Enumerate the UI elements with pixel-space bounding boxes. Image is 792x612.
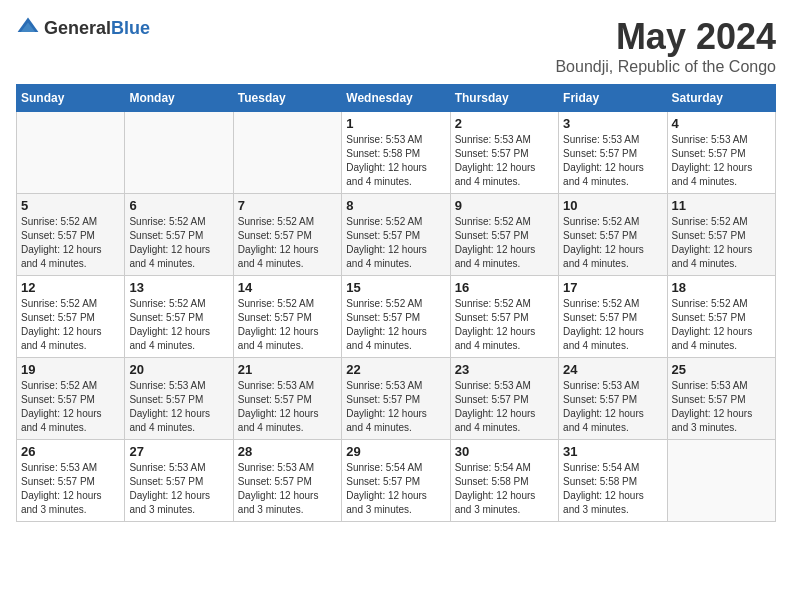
calendar-cell: 11Sunrise: 5:52 AM Sunset: 5:57 PM Dayli…: [667, 194, 775, 276]
day-number: 27: [129, 444, 228, 459]
day-info: Sunrise: 5:53 AM Sunset: 5:57 PM Dayligh…: [563, 133, 662, 189]
calendar-cell: [667, 440, 775, 522]
calendar-cell: [17, 112, 125, 194]
day-number: 19: [21, 362, 120, 377]
calendar-cell: 29Sunrise: 5:54 AM Sunset: 5:57 PM Dayli…: [342, 440, 450, 522]
day-info: Sunrise: 5:53 AM Sunset: 5:57 PM Dayligh…: [238, 379, 337, 435]
calendar-week-row: 5Sunrise: 5:52 AM Sunset: 5:57 PM Daylig…: [17, 194, 776, 276]
day-info: Sunrise: 5:52 AM Sunset: 5:57 PM Dayligh…: [21, 215, 120, 271]
day-info: Sunrise: 5:52 AM Sunset: 5:57 PM Dayligh…: [455, 297, 554, 353]
calendar-cell: 14Sunrise: 5:52 AM Sunset: 5:57 PM Dayli…: [233, 276, 341, 358]
day-number: 8: [346, 198, 445, 213]
day-number: 13: [129, 280, 228, 295]
calendar-body: 1Sunrise: 5:53 AM Sunset: 5:58 PM Daylig…: [17, 112, 776, 522]
calendar-cell: 17Sunrise: 5:52 AM Sunset: 5:57 PM Dayli…: [559, 276, 667, 358]
day-info: Sunrise: 5:54 AM Sunset: 5:57 PM Dayligh…: [346, 461, 445, 517]
logo-text-general: General: [44, 18, 111, 38]
calendar-cell: 24Sunrise: 5:53 AM Sunset: 5:57 PM Dayli…: [559, 358, 667, 440]
day-info: Sunrise: 5:53 AM Sunset: 5:57 PM Dayligh…: [346, 379, 445, 435]
day-info: Sunrise: 5:52 AM Sunset: 5:57 PM Dayligh…: [346, 297, 445, 353]
day-number: 30: [455, 444, 554, 459]
day-info: Sunrise: 5:52 AM Sunset: 5:57 PM Dayligh…: [21, 297, 120, 353]
calendar-cell: 6Sunrise: 5:52 AM Sunset: 5:57 PM Daylig…: [125, 194, 233, 276]
calendar-cell: 28Sunrise: 5:53 AM Sunset: 5:57 PM Dayli…: [233, 440, 341, 522]
calendar-cell: 10Sunrise: 5:52 AM Sunset: 5:57 PM Dayli…: [559, 194, 667, 276]
day-number: 5: [21, 198, 120, 213]
calendar-cell: 18Sunrise: 5:52 AM Sunset: 5:57 PM Dayli…: [667, 276, 775, 358]
day-number: 10: [563, 198, 662, 213]
day-info: Sunrise: 5:52 AM Sunset: 5:57 PM Dayligh…: [21, 379, 120, 435]
day-number: 17: [563, 280, 662, 295]
day-number: 12: [21, 280, 120, 295]
day-number: 26: [21, 444, 120, 459]
calendar-cell: 21Sunrise: 5:53 AM Sunset: 5:57 PM Dayli…: [233, 358, 341, 440]
day-number: 21: [238, 362, 337, 377]
calendar-cell: 15Sunrise: 5:52 AM Sunset: 5:57 PM Dayli…: [342, 276, 450, 358]
calendar-cell: 5Sunrise: 5:52 AM Sunset: 5:57 PM Daylig…: [17, 194, 125, 276]
calendar-cell: 13Sunrise: 5:52 AM Sunset: 5:57 PM Dayli…: [125, 276, 233, 358]
column-header-thursday: Thursday: [450, 85, 558, 112]
title-block: May 2024 Boundji, Republic of the Congo: [555, 16, 776, 76]
day-info: Sunrise: 5:52 AM Sunset: 5:57 PM Dayligh…: [346, 215, 445, 271]
day-info: Sunrise: 5:53 AM Sunset: 5:57 PM Dayligh…: [672, 133, 771, 189]
day-info: Sunrise: 5:53 AM Sunset: 5:57 PM Dayligh…: [563, 379, 662, 435]
day-number: 3: [563, 116, 662, 131]
day-info: Sunrise: 5:53 AM Sunset: 5:57 PM Dayligh…: [129, 461, 228, 517]
day-number: 2: [455, 116, 554, 131]
calendar-cell: [233, 112, 341, 194]
subtitle: Boundji, Republic of the Congo: [555, 58, 776, 76]
calendar-cell: 30Sunrise: 5:54 AM Sunset: 5:58 PM Dayli…: [450, 440, 558, 522]
calendar-cell: 25Sunrise: 5:53 AM Sunset: 5:57 PM Dayli…: [667, 358, 775, 440]
calendar-week-row: 1Sunrise: 5:53 AM Sunset: 5:58 PM Daylig…: [17, 112, 776, 194]
day-number: 16: [455, 280, 554, 295]
calendar-cell: 3Sunrise: 5:53 AM Sunset: 5:57 PM Daylig…: [559, 112, 667, 194]
calendar-cell: 20Sunrise: 5:53 AM Sunset: 5:57 PM Dayli…: [125, 358, 233, 440]
day-number: 15: [346, 280, 445, 295]
day-number: 24: [563, 362, 662, 377]
day-number: 29: [346, 444, 445, 459]
day-number: 18: [672, 280, 771, 295]
calendar-cell: 12Sunrise: 5:52 AM Sunset: 5:57 PM Dayli…: [17, 276, 125, 358]
day-info: Sunrise: 5:52 AM Sunset: 5:57 PM Dayligh…: [238, 215, 337, 271]
calendar-cell: 22Sunrise: 5:53 AM Sunset: 5:57 PM Dayli…: [342, 358, 450, 440]
column-header-tuesday: Tuesday: [233, 85, 341, 112]
day-info: Sunrise: 5:53 AM Sunset: 5:57 PM Dayligh…: [672, 379, 771, 435]
day-number: 11: [672, 198, 771, 213]
calendar-cell: 16Sunrise: 5:52 AM Sunset: 5:57 PM Dayli…: [450, 276, 558, 358]
day-number: 7: [238, 198, 337, 213]
day-info: Sunrise: 5:52 AM Sunset: 5:57 PM Dayligh…: [563, 215, 662, 271]
logo-text-blue: Blue: [111, 18, 150, 38]
calendar-table: SundayMondayTuesdayWednesdayThursdayFrid…: [16, 84, 776, 522]
day-info: Sunrise: 5:53 AM Sunset: 5:57 PM Dayligh…: [455, 133, 554, 189]
calendar-cell: 27Sunrise: 5:53 AM Sunset: 5:57 PM Dayli…: [125, 440, 233, 522]
day-number: 25: [672, 362, 771, 377]
column-header-friday: Friday: [559, 85, 667, 112]
calendar-week-row: 12Sunrise: 5:52 AM Sunset: 5:57 PM Dayli…: [17, 276, 776, 358]
day-info: Sunrise: 5:53 AM Sunset: 5:58 PM Dayligh…: [346, 133, 445, 189]
calendar-week-row: 26Sunrise: 5:53 AM Sunset: 5:57 PM Dayli…: [17, 440, 776, 522]
day-info: Sunrise: 5:52 AM Sunset: 5:57 PM Dayligh…: [672, 215, 771, 271]
page-header: GeneralBlue May 2024 Boundji, Republic o…: [16, 16, 776, 76]
calendar-cell: 23Sunrise: 5:53 AM Sunset: 5:57 PM Dayli…: [450, 358, 558, 440]
day-info: Sunrise: 5:53 AM Sunset: 5:57 PM Dayligh…: [238, 461, 337, 517]
calendar-cell: 26Sunrise: 5:53 AM Sunset: 5:57 PM Dayli…: [17, 440, 125, 522]
calendar-cell: 4Sunrise: 5:53 AM Sunset: 5:57 PM Daylig…: [667, 112, 775, 194]
day-info: Sunrise: 5:52 AM Sunset: 5:57 PM Dayligh…: [238, 297, 337, 353]
day-number: 14: [238, 280, 337, 295]
generalblue-logo-icon: [16, 16, 40, 40]
calendar-cell: 8Sunrise: 5:52 AM Sunset: 5:57 PM Daylig…: [342, 194, 450, 276]
day-number: 20: [129, 362, 228, 377]
day-info: Sunrise: 5:52 AM Sunset: 5:57 PM Dayligh…: [672, 297, 771, 353]
calendar-cell: 1Sunrise: 5:53 AM Sunset: 5:58 PM Daylig…: [342, 112, 450, 194]
day-info: Sunrise: 5:53 AM Sunset: 5:57 PM Dayligh…: [21, 461, 120, 517]
calendar-cell: 19Sunrise: 5:52 AM Sunset: 5:57 PM Dayli…: [17, 358, 125, 440]
day-info: Sunrise: 5:52 AM Sunset: 5:57 PM Dayligh…: [129, 215, 228, 271]
calendar-cell: 31Sunrise: 5:54 AM Sunset: 5:58 PM Dayli…: [559, 440, 667, 522]
calendar-cell: [125, 112, 233, 194]
column-header-sunday: Sunday: [17, 85, 125, 112]
calendar-cell: 2Sunrise: 5:53 AM Sunset: 5:57 PM Daylig…: [450, 112, 558, 194]
day-number: 4: [672, 116, 771, 131]
day-info: Sunrise: 5:53 AM Sunset: 5:57 PM Dayligh…: [129, 379, 228, 435]
logo: GeneralBlue: [16, 16, 150, 40]
column-header-monday: Monday: [125, 85, 233, 112]
